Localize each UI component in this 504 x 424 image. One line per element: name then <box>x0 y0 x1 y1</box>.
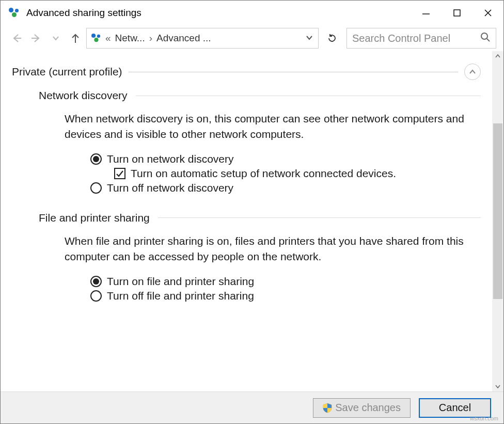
option-turn-on-file-printer-sharing[interactable]: Turn on file and printer sharing <box>90 275 481 288</box>
up-button[interactable] <box>67 29 84 47</box>
scrollbar-track[interactable] <box>492 61 503 381</box>
window: Advanced sharing settings <box>0 0 504 424</box>
option-label: Turn on network discovery <box>107 153 234 165</box>
footer: Save changes Cancel <box>1 391 503 423</box>
scroll-up-arrow[interactable] <box>492 51 503 61</box>
search-input[interactable]: Search Control Panel <box>346 28 496 49</box>
save-button-label: Save changes <box>335 402 401 414</box>
option-label: Turn off network discovery <box>107 182 233 194</box>
profile-label: Private (current profile) <box>12 66 122 78</box>
search-placeholder: Search Control Panel <box>352 33 450 44</box>
svg-line-8 <box>487 39 490 41</box>
minimize-button[interactable] <box>411 1 442 25</box>
option-turn-off-file-printer-sharing[interactable]: Turn off file and printer sharing <box>90 290 481 302</box>
network-discovery-header: Network discovery <box>39 89 481 102</box>
radio-icon <box>90 276 102 287</box>
back-button[interactable] <box>8 29 25 47</box>
divider <box>158 217 481 218</box>
breadcrumb-item[interactable]: Advanced ... <box>156 33 211 44</box>
recent-locations-dropdown[interactable] <box>47 29 65 47</box>
vertical-scrollbar[interactable] <box>492 51 503 391</box>
network-sharing-icon <box>91 34 101 43</box>
chevron-down-icon[interactable] <box>305 33 314 44</box>
search-icon <box>480 32 491 45</box>
cancel-button[interactable]: Cancel <box>419 398 491 418</box>
window-buttons <box>411 1 503 25</box>
network-discovery-section: Network discovery When network discovery… <box>39 89 481 194</box>
watermark: wsxdn.com <box>470 415 498 421</box>
close-button[interactable] <box>472 1 503 25</box>
svg-rect-1 <box>454 10 460 16</box>
option-turn-on-network-discovery[interactable]: Turn on network discovery <box>90 153 481 165</box>
window-title: Advanced sharing settings <box>26 7 141 19</box>
profile-header: Private (current profile) <box>12 64 481 80</box>
scrollbar-thumb[interactable] <box>493 123 502 299</box>
save-changes-button[interactable]: Save changes <box>313 398 411 418</box>
file-printer-sharing-options: Turn on file and printer sharing Turn of… <box>90 275 481 302</box>
option-label: Turn off file and printer sharing <box>107 290 254 302</box>
option-turn-off-network-discovery[interactable]: Turn off network discovery <box>90 182 481 194</box>
divider <box>129 72 458 72</box>
network-discovery-options: Turn on network discovery Turn on automa… <box>90 153 481 194</box>
scroll-down-arrow[interactable] <box>492 381 503 391</box>
titlebar: Advanced sharing settings <box>1 1 503 25</box>
settings-panel: Private (current profile) Network discov… <box>1 51 492 391</box>
chevron-left-icon: « <box>104 33 112 44</box>
chevron-right-icon: › <box>148 33 153 44</box>
option-label: Turn on file and printer sharing <box>107 275 254 288</box>
option-automatic-setup[interactable]: Turn on automatic setup of network conne… <box>114 167 481 180</box>
cancel-button-label: Cancel <box>439 402 471 414</box>
divider <box>136 96 481 96</box>
forward-button[interactable] <box>27 29 45 47</box>
address-bar[interactable]: « Netw... › Advanced ... <box>86 28 319 49</box>
option-label: Turn on automatic setup of network conne… <box>131 167 396 180</box>
file-printer-sharing-description: When file and printer sharing is on, fil… <box>65 233 470 265</box>
maximize-button[interactable] <box>442 1 472 25</box>
collapse-button[interactable] <box>464 64 481 80</box>
navigation-bar: « Netw... › Advanced ... Search Control … <box>1 25 503 51</box>
breadcrumb-item[interactable]: Netw... <box>115 33 145 44</box>
network-discovery-description: When network discovery is on, this compu… <box>65 111 470 143</box>
refresh-button[interactable] <box>323 28 341 49</box>
file-printer-sharing-section: File and printer sharing When file and p… <box>39 212 481 302</box>
radio-icon <box>90 290 102 302</box>
checkbox-icon <box>114 168 125 179</box>
file-printer-sharing-heading: File and printer sharing <box>39 212 150 224</box>
svg-point-7 <box>481 33 487 39</box>
content-area: Private (current profile) Network discov… <box>1 51 503 391</box>
radio-icon <box>90 153 102 165</box>
uac-shield-icon <box>323 403 332 413</box>
network-sharing-icon <box>9 8 19 18</box>
network-discovery-heading: Network discovery <box>39 89 128 102</box>
file-printer-sharing-header: File and printer sharing <box>39 212 481 224</box>
radio-icon <box>90 182 102 194</box>
